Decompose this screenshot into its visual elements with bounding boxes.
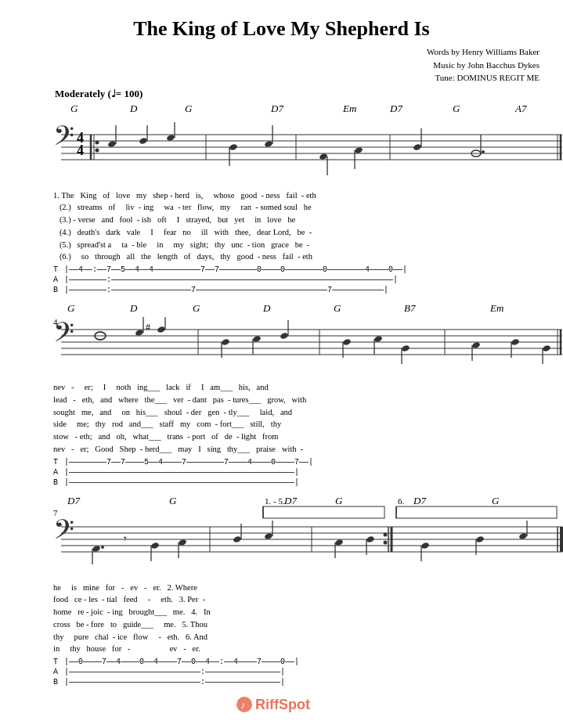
tab-section-2: T|————————7——7————5——4————7————————7————…	[53, 457, 540, 488]
svg-point-62	[157, 326, 166, 333]
svg-point-76	[401, 344, 410, 352]
svg-text:RiffSpot: RiffSpot	[255, 697, 310, 712]
svg-point-83	[542, 344, 551, 352]
svg-text:D7: D7	[413, 495, 426, 506]
lyrics-line-1-2: (2.) streams of liv - ing wa - ter flow,…	[53, 201, 540, 214]
lyrics-line-2-4: side me; thy rod and___ staff my com - f…	[53, 418, 540, 431]
svg-text:D: D	[129, 103, 138, 114]
svg-text:Em: Em	[489, 302, 503, 314]
lyrics-line-1-6: (6.) so through all the length of days, …	[53, 250, 540, 263]
credits-words: Words by Henry Williams Baker	[23, 45, 540, 59]
svg-point-125	[384, 540, 388, 544]
tempo-marking: Moderately (♩= 100)	[55, 88, 540, 100]
lyrics-section-3: he is mine for - ev - er. 2. Where food …	[53, 582, 540, 656]
credits-music: Music by John Bacchus Dykes	[23, 59, 540, 72]
tab-section-1: T|——4——:——7——5——4——4——————————7——7——————…	[53, 265, 540, 295]
svg-point-124	[384, 532, 388, 536]
svg-text:B7: B7	[404, 302, 416, 314]
lyrics-line-2-1: nev - er; I noth ing___ lack if I am___ …	[53, 381, 540, 394]
staff-section-1: Moderately (♩= 100) G D G D7 Em D7 G A7 …	[23, 88, 540, 296]
credits: Words by Henry Williams Baker Music by J…	[23, 45, 540, 85]
lyrics-line-3-4: cross be - fore to guide___ me. 5. Thou	[53, 618, 540, 631]
svg-text:A7: A7	[514, 103, 527, 114]
svg-text:D: D	[262, 302, 271, 314]
svg-text:♪: ♪	[240, 699, 246, 711]
staff-section-3: 7 D7 G 1. - 5. 6. D7 G D7 G 𝄢	[23, 494, 540, 688]
page-title: The King of Love My Shepherd Is	[23, 17, 540, 41]
svg-text:G: G	[193, 302, 200, 314]
svg-text:G: G	[169, 495, 177, 506]
page: The King of Love My Shepherd Is Words by…	[0, 0, 563, 728]
svg-text:6.: 6.	[398, 496, 405, 506]
staff-svg-2: 4 G D G D G B7 Em 𝄢 #	[53, 301, 563, 380]
lyrics-line-2-5: stow - eth; and oh, what___ trans - port…	[53, 431, 540, 443]
lyrics-line-3-6: in thy house for - ev - er.	[53, 643, 540, 655]
lyrics-line-2-2: lead - eth, and where the___ ver - dant …	[53, 394, 540, 406]
svg-text:D7: D7	[270, 103, 283, 114]
staff-svg-1: G D G D7 Em D7 G A7 𝄢 4 4	[53, 102, 563, 188]
lyrics-section-1: 1. The King of love my shep - herd is, w…	[53, 189, 540, 264]
lyrics-line-3-5: thy pure chal - ice flow - eth. 6. And	[53, 631, 540, 643]
svg-text:G: G	[67, 302, 75, 314]
svg-text:D: D	[129, 302, 138, 314]
svg-point-19	[96, 148, 99, 152]
lyrics-line-1-5: (5.) spread'st a ta - ble in my sight; t…	[53, 239, 540, 251]
svg-rect-91	[263, 506, 384, 518]
svg-point-107	[101, 546, 104, 549]
svg-text:G: G	[185, 103, 193, 114]
svg-point-81	[511, 338, 520, 346]
svg-text:Em: Em	[342, 103, 356, 114]
svg-text:4: 4	[77, 142, 84, 158]
svg-text:D7: D7	[389, 103, 402, 114]
svg-text:#: #	[146, 322, 150, 333]
svg-text:G: G	[70, 103, 78, 114]
svg-point-128	[420, 542, 430, 550]
svg-rect-94	[396, 506, 557, 518]
svg-text:G: G	[334, 302, 341, 314]
staff-section-2: 4 G D G D G B7 Em 𝄢 #	[23, 301, 540, 488]
svg-text:G: G	[453, 103, 460, 114]
staff-svg-3: 7 D7 G 1. - 5. 6. D7 G D7 G 𝄢	[53, 494, 563, 580]
svg-point-37	[413, 143, 422, 151]
tab-section-3: T|——0————7——4————0——4————7——0——4——:——4——…	[53, 657, 540, 687]
credits-tune: Tune: DOMINUS REGIT ME	[23, 71, 540, 85]
svg-text:𝄢: 𝄢	[53, 121, 74, 157]
lyrics-section-2: nev - er; I noth ing___ lack if I am___ …	[53, 381, 540, 456]
lyrics-line-1-4: (4.) death's dark vale I fear no ill wit…	[53, 226, 540, 239]
svg-point-22	[139, 137, 148, 145]
svg-text:G: G	[492, 495, 500, 506]
svg-text:1. - 5.: 1. - 5.	[265, 496, 285, 506]
lyrics-line-2-6: nev - er; Good Shep - herd___ may I sing…	[53, 443, 540, 456]
svg-point-69	[280, 332, 289, 340]
svg-point-40	[482, 150, 485, 153]
lyrics-line-3-2: food ce - les - tial feed - eth. 3. Per …	[53, 593, 540, 606]
lyrics-line-3-1: he is mine for - ev - er. 2. Where	[53, 582, 540, 594]
svg-point-130	[475, 535, 485, 543]
svg-text:D7: D7	[67, 495, 80, 506]
svg-point-122	[366, 535, 375, 543]
riffspot-logo: ♪ RiffSpot	[23, 694, 540, 715]
svg-point-27	[229, 143, 238, 151]
lyrics-line-1-3: (3.) - verse and fool - ish oft I straye…	[53, 214, 540, 226]
svg-point-110	[150, 542, 160, 550]
svg-text:G: G	[335, 495, 343, 506]
svg-point-72	[342, 338, 352, 346]
lyrics-line-1-1: 1. The King of love my shep - herd is, w…	[53, 189, 540, 202]
svg-point-18	[96, 140, 99, 144]
svg-text:𝄾: 𝄾	[124, 536, 127, 541]
lyrics-line-2-3: sought me, and on his___ shoul - der gen…	[53, 406, 540, 419]
svg-text:D7: D7	[283, 495, 297, 506]
lyrics-line-3-3: home re - joic - ing brought___ me. 4. I…	[53, 606, 540, 618]
svg-point-65	[221, 338, 230, 346]
svg-point-115	[233, 535, 242, 543]
